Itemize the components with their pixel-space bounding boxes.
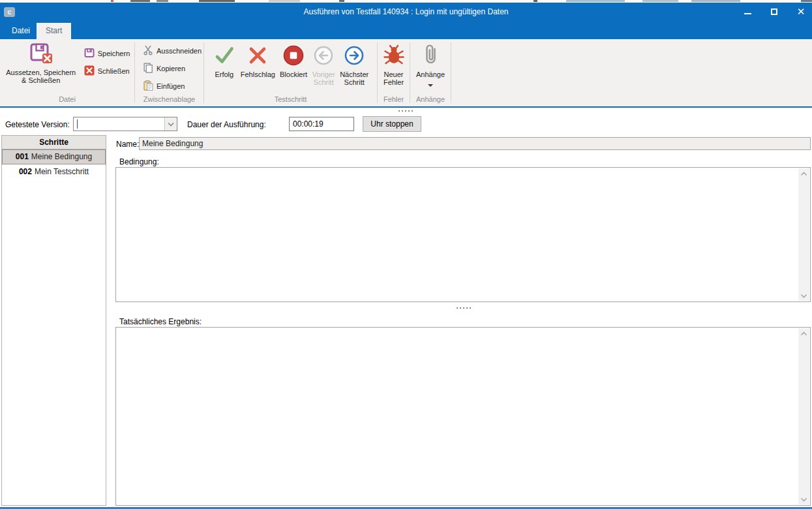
blocked-label: Blockiert	[280, 70, 307, 78]
pass-button[interactable]: Erfolg	[213, 42, 236, 86]
scroll-down-icon[interactable]	[798, 494, 809, 504]
group-label-fehler: Fehler	[378, 95, 410, 103]
combobox-dropdown-button[interactable]	[164, 117, 177, 131]
actual-result-scrollbar[interactable]	[798, 328, 809, 504]
scroll-up-icon[interactable]	[798, 328, 809, 339]
step-item-002[interactable]: 002Mein Testschritt	[2, 164, 106, 179]
paste-button[interactable]: Einfügen	[143, 80, 203, 92]
pass-label: Erfolg	[215, 70, 233, 78]
maximize-button[interactable]	[770, 7, 779, 16]
new-defect-label: Neuer Fehler	[383, 70, 404, 86]
step-label: Mein Testschritt	[35, 167, 89, 176]
titlebar: c Ausführen von Testfall 140934 : Login …	[0, 3, 812, 21]
ribbon-group-datei: Aussetzen, Speichern & Schließen Speiche…	[0, 39, 134, 106]
previous-step-button[interactable]: Voriger Schritt	[312, 42, 335, 86]
copy-label: Kopieren	[157, 65, 185, 72]
fail-label: Fehlschlag	[241, 70, 275, 78]
cut-label: Ausschneiden	[157, 47, 202, 55]
duration-field[interactable]	[289, 117, 354, 131]
tab-start[interactable]: Start	[37, 23, 71, 39]
condition-scrollbar[interactable]	[798, 168, 809, 301]
scissors-icon	[143, 45, 153, 57]
close-red-icon	[84, 65, 95, 77]
group-separator	[451, 42, 451, 103]
name-label: Name:	[116, 140, 139, 149]
tab-datei[interactable]: Datei	[3, 23, 39, 39]
previous-step-label: Voriger Schritt	[312, 70, 335, 86]
save-icon	[84, 48, 95, 59]
group-label-testschritt: Testschritt	[204, 95, 377, 103]
clipboard-paste-icon	[143, 80, 153, 92]
close-testrun-button[interactable]: Schließen	[84, 65, 130, 77]
attachments-dropdown-icon[interactable]	[428, 84, 433, 87]
ribbon-splitter-grip[interactable]	[398, 110, 413, 112]
condition-textarea[interactable]	[115, 167, 811, 302]
step-item-001[interactable]: 001Meine Bedingung	[2, 149, 106, 164]
group-label-anhaenge: Anhänge	[410, 95, 451, 103]
panes-splitter-grip[interactable]	[457, 307, 471, 309]
next-step-button[interactable]: Nächster Schritt	[340, 42, 368, 86]
x-mark-icon	[247, 42, 269, 69]
stop-circle-icon	[282, 42, 305, 69]
arrow-right-circle-icon	[342, 42, 366, 69]
blocked-button[interactable]: Blockiert	[280, 42, 307, 86]
scroll-down-icon[interactable]	[798, 290, 809, 301]
text-caret	[77, 119, 78, 129]
duration-label: Dauer der Ausführung:	[187, 120, 266, 129]
stop-clock-button[interactable]: Uhr stoppen	[363, 116, 421, 132]
minimize-button[interactable]	[743, 7, 752, 16]
ribbon-group-testschritt: Erfolg Fehlschlag	[204, 39, 377, 106]
condition-label: Bedingung:	[119, 157, 159, 166]
suspend-save-close-label: Aussetzen, Speichern & Schließen	[6, 69, 76, 84]
name-field[interactable]: Meine Bedingung	[139, 137, 811, 150]
ribbon-group-anhaenge: Anhänge Anhänge	[410, 39, 451, 106]
copy-icon	[143, 63, 153, 74]
suspend-save-close-button[interactable]: Aussetzen, Speichern & Schließen	[5, 42, 78, 84]
steps-panel: Schritte 001Meine Bedingung 002Mein Test…	[1, 135, 106, 506]
attachments-button[interactable]: Anhänge	[416, 42, 445, 87]
fail-button[interactable]: Fehlschlag	[241, 42, 275, 86]
next-step-label: Nächster Schritt	[340, 70, 368, 86]
window-title: Ausführen von Testfall 140934 : Login mi…	[0, 3, 812, 21]
tested-version-label: Getestete Version:	[5, 120, 70, 129]
step-number: 002	[19, 167, 32, 176]
close-label: Schließen	[98, 67, 130, 75]
checkmark-icon	[213, 42, 236, 69]
step-label: Meine Bedingung	[31, 152, 92, 161]
actual-result-label: Tatsächliches Ergebnis:	[119, 317, 202, 326]
ribbon-tab-row: Datei Start	[0, 21, 812, 39]
steps-panel-header: Schritte	[2, 136, 106, 149]
ribbon: Aussetzen, Speichern & Schließen Speiche…	[0, 39, 812, 108]
paperclip-icon	[421, 42, 440, 69]
scroll-up-icon[interactable]	[798, 168, 809, 179]
copy-button[interactable]: Kopieren	[143, 63, 203, 74]
test-execution-window: c Ausführen von Testfall 140934 : Login …	[0, 0, 812, 509]
save-label: Speichern	[98, 50, 130, 57]
window-controls: ✕	[743, 3, 805, 21]
group-label-datei: Datei	[0, 95, 134, 103]
close-button[interactable]: ✕	[796, 7, 805, 16]
attachments-label: Anhänge	[416, 70, 445, 78]
ribbon-group-zwischenablage: Ausschneiden Kopieren	[135, 39, 203, 106]
ribbon-group-fehler: Neuer Fehler Fehler	[378, 39, 410, 106]
actual-result-textarea[interactable]	[115, 327, 811, 506]
save-button[interactable]: Speichern	[84, 48, 130, 59]
step-number: 001	[16, 152, 29, 161]
cut-button[interactable]: Ausschneiden	[143, 45, 203, 57]
paste-label: Einfügen	[157, 82, 185, 90]
group-label-zwischenablage: Zwischenablage	[135, 95, 203, 103]
chevron-down-icon	[168, 119, 174, 129]
tested-version-combobox[interactable]	[73, 117, 177, 131]
arrow-left-circle-icon	[312, 42, 335, 69]
bug-icon	[383, 42, 405, 69]
save-close-icon	[29, 42, 53, 67]
new-defect-button[interactable]: Neuer Fehler	[383, 42, 405, 86]
